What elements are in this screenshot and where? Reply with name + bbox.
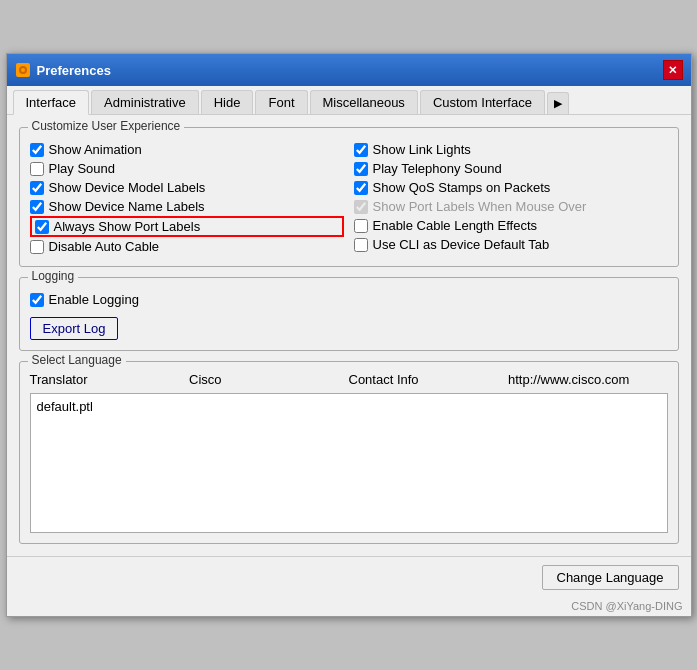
play-sound-label: Play Sound	[49, 161, 116, 176]
play-telephony-row: Play Telephony Sound	[354, 159, 668, 178]
language-header: Translator Cisco Contact Info http://www…	[30, 370, 668, 389]
watermark: CSDN @XiYang-DING	[7, 598, 691, 616]
tabs-bar: Interface Administrative Hide Font Misce…	[7, 86, 691, 115]
customize-group-label: Customize User Experience	[28, 119, 185, 133]
right-column: Show Link Lights Play Telephony Sound Sh…	[354, 140, 668, 256]
lang-col-translator: Translator	[30, 372, 190, 387]
use-cli-checkbox[interactable]	[354, 238, 368, 252]
tab-custom-interface[interactable]: Custom Interface	[420, 90, 545, 114]
use-cli-row: Use CLI as Device Default Tab	[354, 235, 668, 254]
always-show-port-row: Always Show Port Labels	[30, 216, 344, 237]
play-telephony-checkbox[interactable]	[354, 162, 368, 176]
play-telephony-label: Play Telephony Sound	[373, 161, 502, 176]
export-log-button[interactable]: Export Log	[30, 317, 119, 340]
always-show-port-checkbox[interactable]	[35, 220, 49, 234]
play-sound-row: Play Sound	[30, 159, 344, 178]
close-button[interactable]: ✕	[663, 60, 683, 80]
show-link-lights-row: Show Link Lights	[354, 140, 668, 159]
show-qos-label: Show QoS Stamps on Packets	[373, 180, 551, 195]
play-sound-checkbox[interactable]	[30, 162, 44, 176]
language-group: Select Language Translator Cisco Contact…	[19, 361, 679, 544]
list-item: default.ptl	[35, 398, 663, 415]
enable-cable-length-label: Enable Cable Length Effects	[373, 218, 538, 233]
show-device-name-label: Show Device Name Labels	[49, 199, 205, 214]
lang-col-contact: Contact Info	[349, 372, 509, 387]
preferences-window: Preferences ✕ Interface Administrative H…	[6, 53, 692, 617]
use-cli-label: Use CLI as Device Default Tab	[373, 237, 550, 252]
title-bar: Preferences ✕	[7, 54, 691, 86]
logging-group: Logging Enable Logging Export Log	[19, 277, 679, 351]
show-device-model-checkbox[interactable]	[30, 181, 44, 195]
disable-auto-cable-row: Disable Auto Cable	[30, 237, 344, 256]
lang-col-cisco: Cisco	[189, 372, 349, 387]
disable-auto-cable-checkbox[interactable]	[30, 240, 44, 254]
show-port-labels-mouse-label: Show Port Labels When Mouse Over	[373, 199, 587, 214]
language-group-label: Select Language	[28, 353, 126, 367]
show-port-labels-mouse-row: Show Port Labels When Mouse Over	[354, 197, 668, 216]
show-device-name-row: Show Device Name Labels	[30, 197, 344, 216]
language-list[interactable]: default.ptl	[30, 393, 668, 533]
disable-auto-cable-label: Disable Auto Cable	[49, 239, 160, 254]
customize-group: Customize User Experience Show Animation…	[19, 127, 679, 267]
show-animation-checkbox[interactable]	[30, 143, 44, 157]
show-qos-row: Show QoS Stamps on Packets	[354, 178, 668, 197]
tabs-arrow[interactable]: ▶	[547, 92, 569, 114]
enable-cable-length-checkbox[interactable]	[354, 219, 368, 233]
enable-logging-label: Enable Logging	[49, 292, 139, 307]
tab-font[interactable]: Font	[255, 90, 307, 114]
tab-miscellaneous[interactable]: Miscellaneous	[310, 90, 418, 114]
bottom-bar: Change Language	[7, 556, 691, 598]
show-device-model-row: Show Device Model Labels	[30, 178, 344, 197]
enable-cable-length-row: Enable Cable Length Effects	[354, 216, 668, 235]
left-column: Show Animation Play Sound Show Device Mo…	[30, 140, 344, 256]
show-device-model-label: Show Device Model Labels	[49, 180, 206, 195]
enable-logging-checkbox[interactable]	[30, 293, 44, 307]
title-bar-left: Preferences	[15, 62, 111, 78]
show-link-lights-label: Show Link Lights	[373, 142, 471, 157]
content-area: Customize User Experience Show Animation…	[7, 115, 691, 556]
svg-point-2	[21, 68, 25, 72]
enable-logging-row: Enable Logging	[30, 290, 668, 309]
show-link-lights-checkbox[interactable]	[354, 143, 368, 157]
tab-interface[interactable]: Interface	[13, 90, 90, 115]
lang-col-url: http://www.cisco.com	[508, 372, 668, 387]
app-icon	[15, 62, 31, 78]
customize-columns: Show Animation Play Sound Show Device Mo…	[30, 140, 668, 256]
show-qos-checkbox[interactable]	[354, 181, 368, 195]
window-title: Preferences	[37, 63, 111, 78]
tab-hide[interactable]: Hide	[201, 90, 254, 114]
change-language-button[interactable]: Change Language	[542, 565, 679, 590]
logging-content: Enable Logging Export Log	[30, 290, 668, 340]
logging-group-label: Logging	[28, 269, 79, 283]
show-animation-row: Show Animation	[30, 140, 344, 159]
show-device-name-checkbox[interactable]	[30, 200, 44, 214]
tab-administrative[interactable]: Administrative	[91, 90, 199, 114]
show-animation-label: Show Animation	[49, 142, 142, 157]
show-port-labels-mouse-checkbox	[354, 200, 368, 214]
always-show-port-label: Always Show Port Labels	[54, 219, 201, 234]
